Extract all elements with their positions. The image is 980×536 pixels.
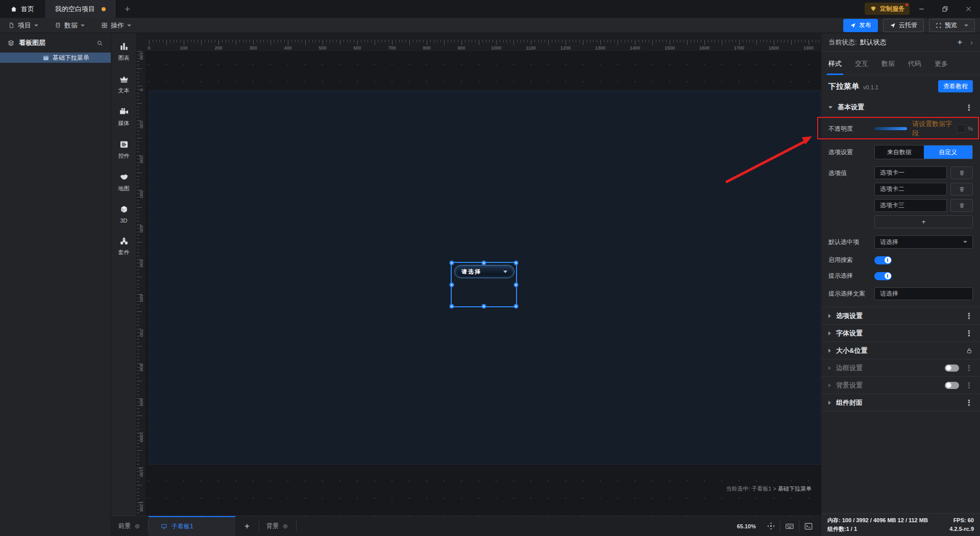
publish-button[interactable]: 发布 [843, 19, 878, 32]
tool-item-label: 文本 [118, 87, 130, 94]
fit-to-screen-icon[interactable] [762, 516, 780, 536]
preview-button[interactable]: 预览 [929, 19, 975, 32]
segment-from-data[interactable]: 来自数据 [875, 145, 924, 159]
keyboard-shortcuts-icon[interactable] [780, 516, 799, 536]
section-5[interactable]: 背景设置⋮ [821, 377, 980, 394]
selected-component-bounds[interactable]: 请选择 [451, 262, 517, 307]
resize-handle-s[interactable] [482, 304, 486, 309]
section-basic-settings[interactable]: 基本设置 ⋮ [821, 98, 980, 116]
tool-item-label: 媒体 [118, 119, 130, 127]
add-state-button[interactable]: + [957, 38, 962, 46]
lock-icon[interactable] [966, 347, 973, 354]
search-icon[interactable] [96, 39, 104, 47]
cloud-hosting-button[interactable]: 云托管 [883, 19, 924, 32]
tool-item-4[interactable]: 控件 [118, 139, 130, 160]
section-label: 字体设置 [836, 329, 863, 338]
resize-handle-e[interactable] [514, 282, 519, 287]
add-board-button[interactable]: + [235, 516, 259, 536]
notification-dot [905, 4, 908, 6]
tool-item-3[interactable]: 媒体 [118, 107, 130, 127]
section-1[interactable]: 选项设置⋮ [821, 307, 980, 325]
kebab-menu-icon[interactable]: ⋮ [965, 329, 973, 337]
section-3[interactable]: 大小&位置 [821, 342, 980, 359]
tool-item-label: 图表 [118, 54, 130, 62]
tool-item-1[interactable]: 图表 [118, 41, 130, 62]
canvas-area[interactable]: 0100200300400500600700800900100011001200… [137, 33, 821, 516]
prompt-select-toggle[interactable] [874, 272, 892, 280]
console-icon[interactable] [799, 516, 818, 536]
kebab-menu-icon[interactable]: ⋮ [965, 399, 973, 406]
prompt-text-label: 提示选择文案 [828, 289, 874, 298]
foreground-button[interactable]: 前景 [111, 516, 148, 536]
dropdown-component[interactable]: 请选择 [454, 265, 514, 278]
settings-tab-1[interactable]: 样式 [828, 59, 842, 68]
resize-handle-ne[interactable] [514, 261, 519, 265]
settings-tab-5[interactable]: 更多 [935, 59, 948, 68]
option-value-row: 选项卡二 [874, 183, 973, 196]
settings-tab-3[interactable]: 数据 [881, 59, 895, 68]
h-ruler-label: 300 [249, 45, 257, 51]
minimize-button[interactable] [910, 0, 933, 18]
segment-custom[interactable]: 自定义 [924, 145, 973, 159]
section-toggle-off[interactable] [945, 364, 959, 372]
kebab-menu-icon[interactable]: ⋮ [965, 364, 973, 372]
section-toggle-off[interactable] [945, 382, 959, 389]
delete-option-button[interactable] [950, 166, 973, 179]
resize-handle-se[interactable] [514, 304, 519, 309]
menu-operations[interactable]: 操作 [93, 18, 139, 33]
tab-project[interactable]: 我的空白项目 [45, 0, 116, 18]
chevron-down-icon [963, 241, 967, 243]
opacity-value-input[interactable] [957, 125, 966, 133]
opacity-slider[interactable] [874, 127, 907, 130]
canvas-workspace[interactable]: 请选择 当前选中: 子看板1 > 基础下拉菜单 [145, 51, 821, 516]
settings-tab-4[interactable]: 代码 [908, 59, 921, 68]
enable-search-toggle[interactable] [874, 256, 892, 264]
tutorial-button[interactable]: 查看教程 [938, 80, 973, 92]
restore-button[interactable] [933, 0, 957, 18]
expand-arrow-icon [828, 383, 831, 387]
board-icon [161, 523, 167, 530]
preview-label: 预览 [945, 21, 957, 30]
menu-project[interactable]: 项目 [0, 18, 46, 33]
resize-handle-w[interactable] [450, 282, 454, 287]
add-option-button[interactable]: + [874, 215, 973, 228]
custom-service-badge[interactable]: 定制服务 [865, 3, 910, 15]
resize-handle-sw[interactable] [450, 304, 454, 309]
h-ruler-label: 600 [353, 45, 361, 51]
section-2[interactable]: 字体设置⋮ [821, 325, 980, 342]
option-value-input-1[interactable]: 选项卡一 [874, 166, 947, 179]
kebab-menu-icon[interactable]: ⋮ [965, 104, 973, 111]
tool-item-7[interactable]: 套件 [118, 236, 130, 256]
plus-circle-icon[interactable] [282, 523, 289, 530]
background-button[interactable]: 背景 [259, 516, 296, 536]
tab-home[interactable]: 首页 [0, 0, 45, 18]
tool-item-5[interactable]: 地图 [118, 172, 130, 192]
prompt-text-input[interactable]: 请选择 [874, 287, 973, 300]
kebab-menu-icon[interactable]: ⋮ [965, 312, 973, 320]
settings-tab-2[interactable]: 交互 [855, 59, 868, 68]
menu-data[interactable]: 数据 [46, 18, 93, 33]
tool-item-2[interactable]: 文本 [118, 74, 130, 94]
enable-search-label: 启用搜索 [828, 256, 874, 264]
tool-item-6[interactable]: 3D [119, 205, 129, 224]
section-4[interactable]: 边框设置⋮ [821, 359, 980, 377]
zoom-level[interactable]: 65.10% [731, 516, 762, 536]
opacity-data-hint: 请设置数据字段 [912, 119, 953, 138]
section-6[interactable]: 组件封面⋮ [821, 394, 980, 411]
delete-option-button[interactable] [950, 199, 973, 212]
option-value-input-3[interactable]: 选项卡三 [874, 199, 947, 212]
new-tab-button[interactable]: + [116, 0, 138, 18]
resize-handle-nw[interactable] [450, 261, 454, 265]
layer-item-basic-dropdown[interactable]: 基础下拉菜单 [0, 53, 111, 63]
option-value-input-2[interactable]: 选项卡二 [874, 183, 947, 196]
kebab-menu-icon[interactable]: ⋮ [965, 381, 973, 389]
delete-option-button[interactable] [950, 183, 973, 196]
default-selected-select[interactable]: 请选择 [874, 235, 973, 249]
v-ruler-label: 1200 [139, 501, 144, 511]
cloud-hosting-label: 云托管 [899, 21, 917, 30]
chevron-right-icon[interactable]: › [970, 38, 973, 46]
board-tab-active[interactable]: 子看板1 [149, 516, 235, 536]
app-window: 首页 我的空白项目 + 定制服务 项目 数据 操作 [0, 0, 980, 536]
close-button[interactable] [957, 0, 980, 18]
plus-circle-icon[interactable] [134, 523, 141, 530]
